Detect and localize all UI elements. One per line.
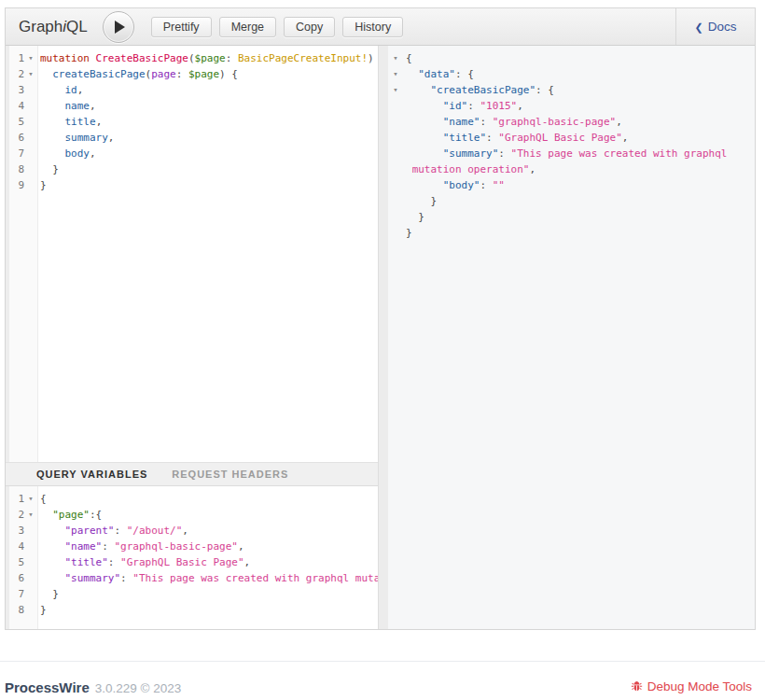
fold-arrow-icon[interactable]: ▾ (388, 82, 403, 98)
fold-gutter (24, 82, 37, 98)
execute-query-button[interactable] (103, 11, 134, 43)
footer: ProcessWire 3.0.229 © 2023 Debug Mode To… (0, 676, 765, 695)
result-viewer: ▾{▾ "data": {▾ "createBasicPage": { "id"… (388, 46, 755, 241)
line-number: 2 (6, 66, 24, 82)
code-line: } (388, 193, 755, 209)
fold-gutter (24, 602, 37, 618)
code-text: } (37, 586, 378, 602)
line-number: 5 (6, 554, 24, 570)
fold-arrow-icon[interactable]: ▾ (24, 491, 37, 507)
code-text: { (403, 50, 755, 66)
code-text: "page":{ (37, 507, 378, 523)
code-text: name, (37, 98, 378, 114)
fold-gutter (388, 114, 403, 130)
fold-gutter (24, 146, 37, 161)
code-line: mutation operation", (388, 161, 755, 177)
code-line: 7 body, (6, 146, 378, 161)
code-text: createBasicPage(page: $page) { (37, 66, 378, 82)
code-line: 8} (6, 602, 378, 618)
code-line: "body": "" (388, 177, 755, 193)
code-text: { (37, 491, 378, 507)
code-text: "name": "graphql-basic-page", (403, 114, 755, 130)
code-line: "summary": "This page was created with g… (388, 146, 755, 161)
pane-resize-handle[interactable] (378, 46, 388, 629)
code-line: 4 "name": "graphql-basic-page", (6, 539, 378, 554)
code-text: } (403, 209, 755, 225)
code-text: } (403, 193, 755, 209)
line-number: 1 (6, 50, 24, 66)
fold-arrow-icon[interactable]: ▾ (24, 50, 37, 66)
line-number: 7 (6, 586, 24, 602)
fold-gutter (24, 539, 37, 554)
tab-request-headers[interactable]: REQUEST HEADERS (172, 469, 288, 480)
query-variables-editor[interactable]: 1▾{2▾ "page":{3 "parent": "/about/",4 "n… (6, 486, 378, 629)
fold-gutter (388, 177, 403, 193)
docs-link[interactable]: ❮Docs (695, 20, 737, 34)
code-line: 6 "summary": "This page was created with… (6, 570, 378, 586)
chevron-left-icon: ❮ (695, 21, 703, 33)
processwire-brand-link[interactable]: ProcessWire (5, 679, 90, 695)
code-line: 9} (6, 177, 378, 193)
code-text: "summary": "This page was created with g… (403, 146, 755, 161)
code-line: 4 name, (6, 98, 378, 114)
code-line: 5 "title": "GraphQL Basic Page", (6, 554, 378, 570)
debug-mode-tools-link[interactable]: Debug Mode Tools (631, 679, 752, 693)
query-editor[interactable]: 1▾mutation CreateBasicPage($page: BasicP… (6, 46, 378, 462)
copy-button[interactable]: Copy (284, 17, 335, 37)
logo-text: QL (66, 18, 88, 35)
left-pane: 1▾mutation CreateBasicPage($page: BasicP… (6, 46, 378, 629)
line-number: 6 (6, 130, 24, 146)
code-line: 2▾ createBasicPage(page: $page) { (6, 66, 378, 82)
graphiql-toolbar: GraphiQL Prettify Merge Copy History ❮Do… (6, 8, 755, 46)
fold-gutter (388, 130, 403, 146)
line-number: 4 (6, 539, 24, 554)
code-text: } (37, 161, 378, 177)
play-icon (115, 21, 125, 34)
prettify-button[interactable]: Prettify (151, 17, 212, 37)
line-number: 8 (6, 602, 24, 618)
graphiql-logo: GraphiQL (19, 18, 88, 36)
code-text: "parent": "/about/", (37, 523, 378, 539)
code-line: } (388, 225, 755, 241)
graphiql-app: GraphiQL Prettify Merge Copy History ❮Do… (5, 7, 756, 630)
result-pane: ▾{▾ "data": {▾ "createBasicPage": { "id"… (388, 46, 755, 629)
fold-gutter (24, 161, 37, 177)
code-text: } (37, 602, 378, 618)
fold-gutter (24, 554, 37, 570)
code-text: "body": "" (403, 177, 755, 193)
fold-gutter (388, 209, 403, 225)
variables-tab-bar: QUERY VARIABLES REQUEST HEADERS (6, 462, 378, 486)
code-text: "name": "graphql-basic-page", (37, 539, 378, 554)
fold-gutter (388, 146, 403, 161)
docs-section: ❮Docs (675, 8, 755, 45)
code-text: "data": { (403, 66, 755, 82)
code-text: mutation CreateBasicPage($page: BasicPag… (37, 50, 378, 66)
fold-gutter (24, 114, 37, 130)
tab-query-variables[interactable]: QUERY VARIABLES (36, 469, 147, 480)
bug-icon (631, 680, 643, 693)
merge-button[interactable]: Merge (219, 17, 276, 37)
line-number: 9 (6, 177, 24, 193)
code-line: 5 title, (6, 114, 378, 130)
fold-arrow-icon[interactable]: ▾ (388, 50, 403, 66)
fold-arrow-icon[interactable]: ▾ (388, 66, 403, 82)
code-line: ▾ "data": { (388, 66, 755, 82)
code-text: mutation operation", (403, 161, 755, 177)
fold-gutter (24, 177, 37, 193)
fold-gutter (24, 130, 37, 146)
code-line: "title": "GraphQL Basic Page", (388, 130, 755, 146)
fold-gutter (388, 98, 403, 114)
fold-arrow-icon[interactable]: ▾ (24, 66, 37, 82)
fold-arrow-icon[interactable]: ▾ (24, 507, 37, 523)
line-number: 7 (6, 146, 24, 161)
code-line: ▾ "createBasicPage": { (388, 82, 755, 98)
code-line: ▾{ (388, 50, 755, 66)
editor-panes: 1▾mutation CreateBasicPage($page: BasicP… (6, 46, 755, 629)
line-number: 3 (6, 523, 24, 539)
code-text: } (403, 225, 755, 241)
history-button[interactable]: History (342, 17, 403, 37)
code-text: "id": "1015", (403, 98, 755, 114)
version-text: 3.0.229 © 2023 (95, 681, 182, 695)
code-text: body, (37, 146, 378, 161)
code-line: "name": "graphql-basic-page", (388, 114, 755, 130)
